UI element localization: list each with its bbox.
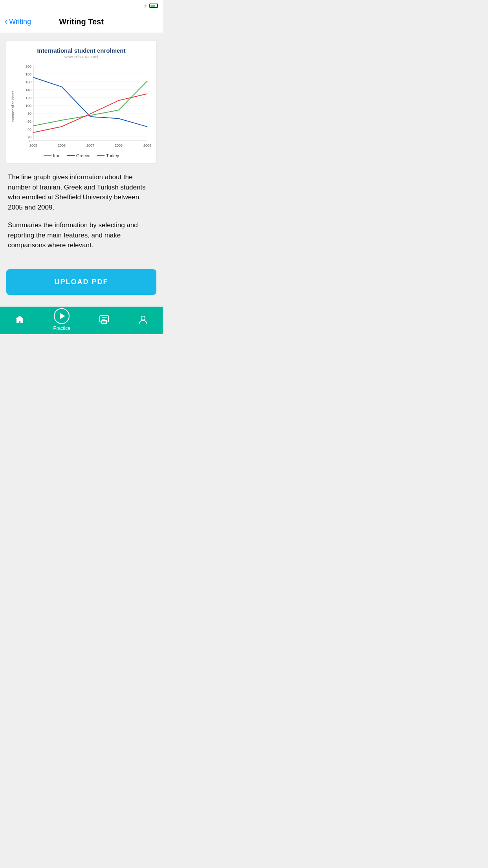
profile-icon <box>138 314 149 325</box>
svg-text:0: 0 <box>29 139 31 143</box>
svg-point-32 <box>141 316 145 320</box>
chat-icon <box>99 314 110 325</box>
battery-fill <box>150 5 155 7</box>
legend-turkey-line <box>97 155 105 156</box>
back-label: Writing <box>9 18 31 26</box>
tab-practice[interactable]: Practice <box>53 308 70 331</box>
practice-play-circle <box>54 308 70 324</box>
charging-icon: ⚡ <box>143 4 148 8</box>
svg-rect-28 <box>100 316 108 322</box>
battery-indicator: ⚡ <box>143 4 158 8</box>
description-area: The line graph gives information about t… <box>6 169 156 254</box>
status-bar: ⚡ <box>0 0 163 11</box>
tab-profile[interactable] <box>138 314 149 325</box>
svg-text:40: 40 <box>28 127 31 131</box>
svg-text:20: 20 <box>28 135 31 139</box>
page-title: Writing Test <box>59 17 104 26</box>
tab-chat[interactable] <box>99 314 110 325</box>
description-paragraph-1: The line graph gives information about t… <box>8 172 155 212</box>
legend-iran-label: Iran <box>53 153 61 158</box>
svg-text:100: 100 <box>26 104 31 108</box>
svg-text:2006: 2006 <box>58 143 66 147</box>
y-axis-label: Number of students <box>11 91 15 122</box>
legend-greece-line <box>67 155 75 156</box>
chart-legend: Iran Greece Turkey <box>11 153 152 158</box>
legend-turkey: Turkey <box>97 153 119 158</box>
svg-text:2009: 2009 <box>143 143 151 147</box>
nav-bar: ‹ Writing Writing Test <box>0 11 163 33</box>
svg-text:120: 120 <box>26 96 31 100</box>
chart-svg-container: 200 180 160 140 120 100 80 60 40 20 0 20… <box>17 62 152 150</box>
description-paragraph-2: Summaries the information by selecting a… <box>8 220 155 250</box>
upload-section: UPLOAD PDF <box>0 261 163 307</box>
legend-greece: Greece <box>67 153 90 158</box>
svg-text:140: 140 <box>26 88 31 92</box>
svg-text:2007: 2007 <box>86 143 94 147</box>
svg-text:80: 80 <box>28 112 31 116</box>
chart-title: International student enrolment <box>11 47 152 54</box>
svg-text:2008: 2008 <box>115 143 123 147</box>
home-icon <box>14 314 25 325</box>
tab-bar: Practice <box>0 307 163 334</box>
back-chevron-icon: ‹ <box>5 17 7 26</box>
svg-text:200: 200 <box>26 64 31 68</box>
line-chart: 200 180 160 140 120 100 80 60 40 20 0 20… <box>17 62 152 149</box>
legend-turkey-label: Turkey <box>106 153 119 158</box>
back-button[interactable]: ‹ Writing <box>5 18 31 26</box>
legend-iran: Iran <box>44 153 61 158</box>
svg-text:60: 60 <box>28 120 31 123</box>
legend-greece-label: Greece <box>76 153 90 158</box>
chart-subtitle: www.ielts-exam.net <box>11 55 152 59</box>
battery-body <box>149 4 158 8</box>
tab-practice-label: Practice <box>53 326 70 331</box>
svg-text:160: 160 <box>26 80 31 84</box>
content-area: International student enrolment www.ielt… <box>0 33 163 261</box>
chart-area: Number of students <box>11 62 152 150</box>
practice-play-icon <box>60 313 65 319</box>
svg-text:180: 180 <box>26 72 31 76</box>
upload-pdf-button[interactable]: UPLOAD PDF <box>6 269 156 295</box>
svg-text:2005: 2005 <box>29 143 37 147</box>
chart-container: International student enrolment www.ielt… <box>6 41 156 163</box>
tab-home[interactable] <box>14 314 25 325</box>
legend-iran-line <box>44 155 51 156</box>
